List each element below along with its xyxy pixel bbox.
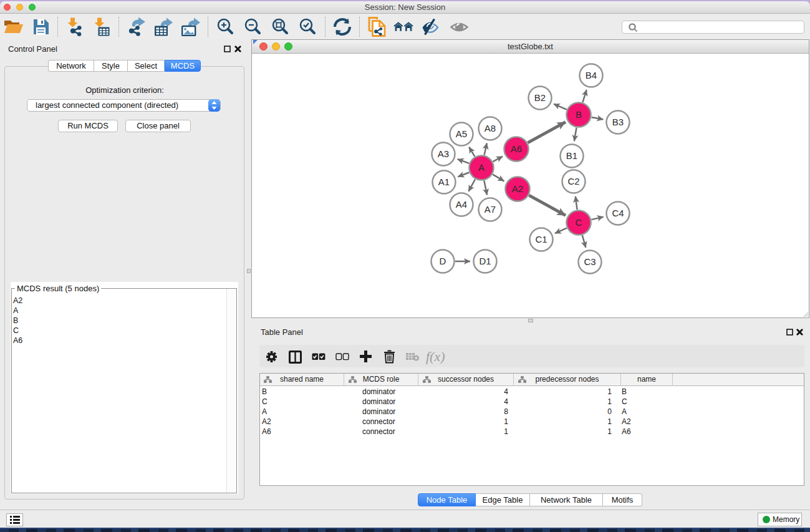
svg-text:D1: D1 — [479, 256, 491, 266]
svg-text:D: D — [440, 256, 446, 266]
svg-text:A8: A8 — [485, 123, 496, 133]
svg-text:A2: A2 — [512, 183, 523, 194]
svg-text:C1: C1 — [535, 234, 547, 244]
svg-text:C: C — [576, 217, 582, 228]
svg-text:B2: B2 — [534, 92, 546, 103]
svg-text:B: B — [576, 109, 582, 120]
svg-text:A6: A6 — [511, 143, 522, 154]
svg-text:A: A — [478, 162, 485, 173]
svg-text:C2: C2 — [567, 176, 579, 186]
svg-text:B1: B1 — [566, 150, 577, 161]
svg-text:A5: A5 — [456, 128, 467, 139]
svg-text:C3: C3 — [584, 256, 595, 267]
svg-text:B3: B3 — [612, 117, 624, 127]
svg-text:A3: A3 — [438, 148, 449, 159]
svg-text:B4: B4 — [586, 70, 597, 80]
svg-text:A1: A1 — [438, 177, 450, 187]
svg-text:A4: A4 — [456, 199, 467, 210]
svg-text:A7: A7 — [485, 204, 496, 215]
svg-text:C4: C4 — [612, 208, 624, 218]
